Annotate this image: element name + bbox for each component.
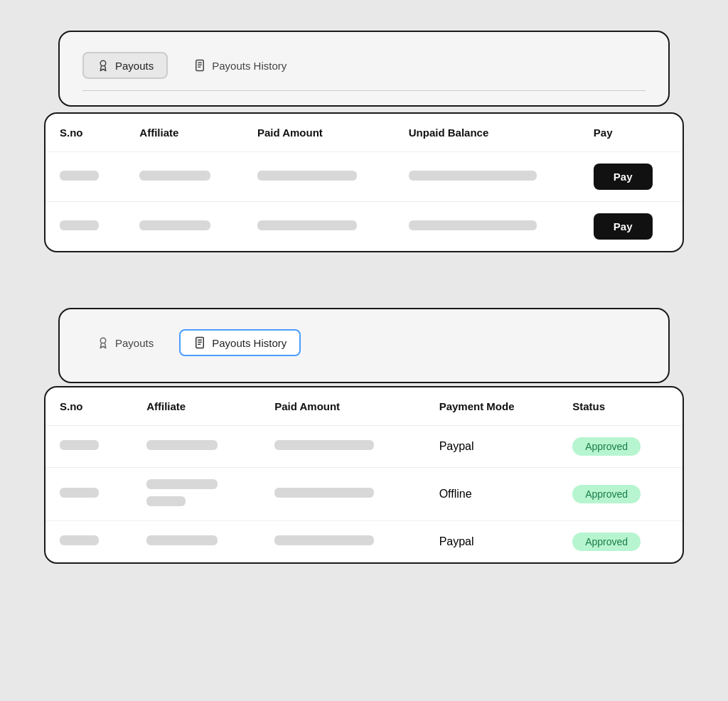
- col-affiliate: Affiliate: [125, 114, 243, 152]
- payouts-icon-bottom: [97, 336, 109, 349]
- hist-col-affiliate: Affiliate: [132, 387, 260, 426]
- svg-point-5: [100, 338, 106, 343]
- hist-cell-mode-2: Offline: [425, 468, 559, 521]
- hist-cell-status-1: Approved: [558, 426, 682, 468]
- hist-cell-sno-1: [46, 426, 132, 468]
- skeleton: [139, 220, 210, 230]
- cell-paid-2: [243, 202, 395, 252]
- table-row: Paypal Approved: [46, 521, 682, 563]
- skeleton: [257, 220, 357, 230]
- payouts-history-table-card: S.no Affiliate Paid Amount Payment Mode …: [44, 386, 684, 564]
- payouts-tab-label: Payouts: [115, 60, 154, 72]
- table-row: Paypal Approved: [46, 426, 682, 468]
- skeleton: [60, 535, 99, 545]
- skeleton: [274, 488, 374, 498]
- hist-cell-sno-3: [46, 521, 132, 563]
- status-badge: Approved: [572, 533, 641, 551]
- hist-cell-affiliate-3: [132, 521, 260, 563]
- hist-col-paid-amount: Paid Amount: [260, 387, 424, 426]
- hist-col-sno: S.no: [46, 387, 132, 426]
- skeleton: [409, 171, 537, 181]
- status-badge: Approved: [572, 485, 641, 503]
- cell-unpaid-1: [395, 152, 579, 202]
- hist-cell-affiliate-1: [132, 426, 260, 468]
- payouts-table-wrap: S.no Affiliate Paid Amount Unpaid Balanc…: [46, 114, 682, 251]
- svg-point-0: [100, 60, 106, 66]
- hist-cell-paid-2: [260, 468, 424, 521]
- hist-cell-paid-1: [260, 426, 424, 468]
- payouts-tab[interactable]: Payouts: [82, 52, 168, 79]
- status-badge: Approved: [572, 437, 641, 456]
- top-tabs-row: Payouts Payouts History: [82, 52, 646, 79]
- history-icon-top: [193, 59, 206, 72]
- skeleton: [139, 171, 210, 181]
- skeleton: [257, 171, 357, 181]
- hist-col-status: Status: [558, 387, 682, 426]
- pay-button-2[interactable]: Pay: [594, 213, 653, 240]
- payouts-history-tab-bottom[interactable]: Payouts History: [179, 329, 301, 356]
- cell-unpaid-2: [395, 202, 579, 252]
- payouts-history-table: S.no Affiliate Paid Amount Payment Mode …: [46, 387, 682, 562]
- payouts-history-table-wrap: S.no Affiliate Paid Amount Payment Mode …: [46, 387, 682, 562]
- hist-cell-paid-3: [260, 521, 424, 563]
- skeleton: [60, 488, 99, 498]
- cell-sno-2: [46, 202, 125, 252]
- hist-cell-mode-1: Paypal: [425, 426, 559, 468]
- hist-cell-status-2: Approved: [558, 468, 682, 521]
- payouts-history-panel: Payouts Payouts History: [58, 308, 670, 383]
- skeleton: [146, 479, 218, 489]
- pay-button-1[interactable]: Pay: [594, 164, 653, 190]
- skeleton: [60, 220, 99, 230]
- skeleton: [146, 535, 218, 545]
- col-pay: Pay: [579, 114, 682, 152]
- skeleton: [60, 171, 99, 181]
- table-row: Pay: [46, 202, 682, 252]
- payouts-tab-bottom[interactable]: Payouts: [82, 329, 168, 356]
- table-row: Pay: [46, 152, 682, 202]
- hist-cell-affiliate-2: [132, 468, 260, 521]
- table-row: Offline Approved: [46, 468, 682, 521]
- tab-divider-top: [82, 90, 646, 91]
- history-table-header-row: S.no Affiliate Paid Amount Payment Mode …: [46, 387, 682, 426]
- skeleton: [274, 440, 374, 450]
- history-icon-bottom: [193, 336, 206, 349]
- bottom-tabs-row: Payouts Payouts History: [82, 329, 646, 356]
- payouts-table-header-row: S.no Affiliate Paid Amount Unpaid Balanc…: [46, 114, 682, 152]
- skeleton: [274, 535, 374, 545]
- payouts-panel: Payouts Payouts History: [58, 31, 670, 107]
- skeleton: [409, 220, 537, 230]
- skeleton: [146, 496, 186, 506]
- hist-cell-mode-3: Paypal: [425, 521, 559, 563]
- cell-affiliate-2: [125, 202, 243, 252]
- payouts-table-card: S.no Affiliate Paid Amount Unpaid Balanc…: [44, 112, 684, 252]
- skeleton: [60, 440, 99, 450]
- cell-paid-1: [243, 152, 395, 202]
- cell-pay-2: Pay: [579, 202, 682, 252]
- payouts-history-tab-top[interactable]: Payouts History: [179, 52, 301, 79]
- hist-cell-status-3: Approved: [558, 521, 682, 563]
- cell-pay-1: Pay: [579, 152, 682, 202]
- payouts-tab-label-bottom: Payouts: [115, 337, 154, 349]
- cell-sno-1: [46, 152, 125, 202]
- col-paid-amount: Paid Amount: [243, 114, 395, 152]
- hist-cell-sno-2: [46, 468, 132, 521]
- payouts-icon: [97, 59, 109, 72]
- hist-col-payment-mode: Payment Mode: [425, 387, 559, 426]
- payouts-table: S.no Affiliate Paid Amount Unpaid Balanc…: [46, 114, 682, 251]
- cell-affiliate-1: [125, 152, 243, 202]
- payouts-history-tab-label-bottom: Payouts History: [212, 337, 287, 349]
- col-sno: S.no: [46, 114, 125, 152]
- skeleton: [146, 440, 218, 450]
- payouts-history-tab-label-top: Payouts History: [212, 60, 287, 72]
- col-unpaid-balance: Unpaid Balance: [395, 114, 579, 152]
